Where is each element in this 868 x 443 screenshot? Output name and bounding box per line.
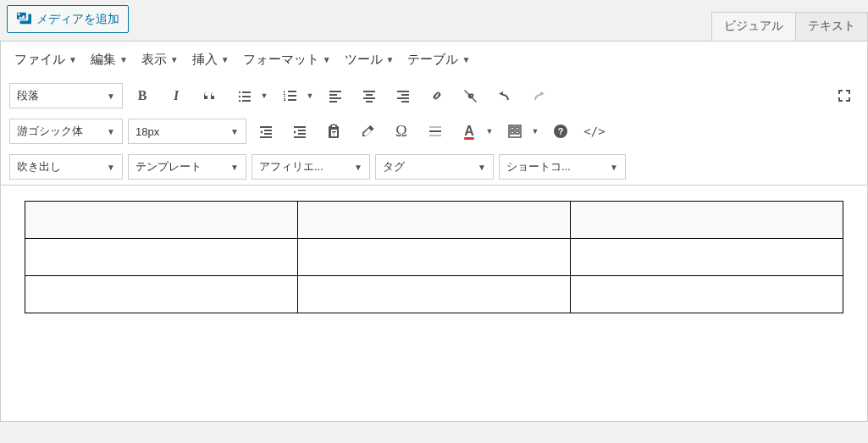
- table-button[interactable]: [500, 119, 529, 144]
- omega-icon: Ω: [395, 123, 406, 141]
- bullet-list-icon: [235, 87, 252, 104]
- affiliate-select[interactable]: アフィリエ... ▼: [252, 154, 370, 180]
- number-list-icon: [281, 87, 298, 104]
- font-family-select[interactable]: 游ゴシック体 ▼: [9, 119, 123, 144]
- table-row[interactable]: [25, 239, 843, 276]
- table-cell[interactable]: [571, 239, 843, 276]
- menu-edit[interactable]: 編集▼: [86, 48, 133, 71]
- align-right-button[interactable]: [389, 83, 417, 108]
- media-icon: [16, 10, 31, 28]
- menu-insert[interactable]: 挿入▼: [187, 48, 235, 71]
- align-center-button[interactable]: [355, 83, 384, 108]
- menu-table[interactable]: テーブル▼: [402, 48, 475, 71]
- redo-button[interactable]: [524, 83, 553, 108]
- help-icon: ?: [552, 123, 569, 140]
- align-right-icon: [395, 87, 412, 104]
- svg-text:?: ?: [558, 126, 564, 136]
- tag-select[interactable]: タグ ▼: [375, 154, 494, 180]
- blockquote-button[interactable]: [196, 83, 224, 108]
- chevron-down-icon: ▼: [170, 55, 179, 64]
- table-cell[interactable]: [25, 239, 298, 276]
- indent-button[interactable]: [285, 119, 314, 144]
- outdent-button[interactable]: [252, 119, 280, 144]
- undo-icon: [496, 87, 513, 104]
- menu-tools[interactable]: ツール▼: [340, 48, 400, 71]
- bullet-list-dropdown[interactable]: ▼: [258, 83, 270, 108]
- undo-button[interactable]: [490, 83, 519, 108]
- chevron-down-icon: ▼: [462, 55, 470, 64]
- source-code-button[interactable]: </>: [580, 119, 609, 144]
- special-char-button[interactable]: Ω: [387, 119, 416, 144]
- chevron-down-icon: ▼: [221, 55, 229, 64]
- table-dropdown[interactable]: ▼: [529, 119, 541, 144]
- chevron-down-icon: ▼: [323, 55, 331, 64]
- table-cell[interactable]: [25, 276, 298, 313]
- unlink-icon: [462, 87, 479, 104]
- tab-visual[interactable]: ビジュアル: [711, 12, 796, 41]
- bold-button[interactable]: B: [128, 83, 157, 108]
- menu-format[interactable]: フォーマット▼: [238, 48, 336, 71]
- eraser-icon: [359, 123, 376, 140]
- outdent-icon: [257, 123, 274, 140]
- align-center-icon: [361, 87, 378, 104]
- table-cell[interactable]: [298, 276, 571, 313]
- link-button[interactable]: [423, 83, 451, 108]
- redo-icon: [530, 87, 547, 104]
- hr-icon: [427, 123, 444, 140]
- chevron-down-icon: ▼: [230, 163, 239, 172]
- chevron-down-icon: ▼: [69, 55, 77, 64]
- chevron-down-icon: ▼: [610, 163, 618, 172]
- block-format-select[interactable]: 段落 ▼: [9, 83, 123, 108]
- font-size-select[interactable]: 18px ▼: [128, 119, 246, 144]
- clipboard-icon: T: [325, 123, 342, 140]
- shortcode-select[interactable]: ショートコ... ▼: [499, 154, 626, 180]
- number-list-dropdown[interactable]: ▼: [304, 83, 316, 108]
- editor-content[interactable]: [0, 185, 868, 422]
- table-cell[interactable]: [25, 202, 298, 239]
- text-color-dropdown[interactable]: ▼: [484, 119, 495, 144]
- table-cell[interactable]: [571, 202, 843, 239]
- align-left-button[interactable]: [321, 83, 350, 108]
- italic-button[interactable]: I: [162, 83, 191, 108]
- hr-button[interactable]: [421, 119, 450, 144]
- unlink-button[interactable]: [456, 83, 485, 108]
- chevron-down-icon: ▼: [478, 163, 486, 172]
- table-cell[interactable]: [298, 202, 571, 239]
- table-icon: [506, 123, 523, 140]
- chevron-down-icon: ▼: [107, 91, 115, 101]
- content-table[interactable]: [25, 201, 843, 313]
- text-color-button[interactable]: A: [455, 119, 484, 144]
- quote-icon: [202, 87, 218, 104]
- balloon-select[interactable]: 吹き出し ▼: [9, 154, 123, 180]
- table-row[interactable]: [25, 276, 843, 313]
- bold-icon: B: [138, 88, 147, 103]
- chevron-down-icon: ▼: [230, 127, 239, 136]
- svg-text:T: T: [332, 131, 335, 136]
- clear-format-button[interactable]: [353, 119, 382, 144]
- template-select[interactable]: テンプレート ▼: [128, 154, 246, 180]
- link-icon: [428, 87, 445, 104]
- bullet-list-button[interactable]: [229, 83, 258, 108]
- chevron-down-icon: ▼: [119, 55, 128, 64]
- table-cell[interactable]: [298, 239, 571, 276]
- number-list-button[interactable]: [275, 83, 304, 108]
- tab-text[interactable]: テキスト: [795, 12, 868, 41]
- menu-view[interactable]: 表示▼: [136, 48, 184, 71]
- chevron-down-icon: ▼: [354, 163, 362, 172]
- add-media-label: メディアを追加: [36, 12, 119, 27]
- table-cell[interactable]: [571, 276, 843, 313]
- text-color-icon: A: [464, 124, 474, 139]
- fullscreen-button[interactable]: [830, 83, 859, 108]
- paste-text-button[interactable]: T: [319, 119, 348, 144]
- italic-icon: I: [174, 88, 179, 103]
- help-button[interactable]: ?: [546, 119, 575, 144]
- fullscreen-icon: [836, 87, 853, 104]
- chevron-down-icon: ▼: [107, 163, 115, 172]
- code-icon: </>: [583, 125, 605, 138]
- align-left-icon: [327, 87, 344, 104]
- menu-file[interactable]: ファイル▼: [9, 48, 82, 71]
- add-media-button[interactable]: メディアを追加: [7, 5, 129, 33]
- chevron-down-icon: ▼: [107, 127, 115, 136]
- indent-icon: [291, 123, 308, 140]
- table-row[interactable]: [25, 202, 843, 239]
